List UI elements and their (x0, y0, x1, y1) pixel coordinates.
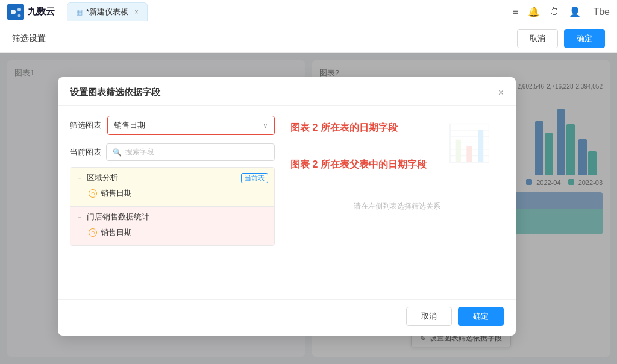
chevron-down-icon: ∨ (263, 121, 268, 130)
collapse-icon-1[interactable]: － (77, 174, 83, 183)
logo-text: 九数云 (28, 6, 55, 17)
current-chart-label: 当前图表 (70, 147, 101, 158)
modal-footer: 取消 确定 (58, 299, 516, 336)
filter-bar-actions: 取消 确定 (517, 29, 605, 48)
collapse-icon-2[interactable]: － (77, 213, 83, 222)
bell-icon[interactable]: 🔔 (528, 6, 540, 17)
right-hint-1: 图表 2 所在表的日期字段 (290, 122, 398, 134)
filter-select-row: 筛选图表 销售日期 ∨ (70, 116, 275, 135)
nav-right: ≡ 🔔 ⏱ 👤 Tbe (513, 6, 610, 17)
modal-right-panel: 📊 图表 2 所在表的日期字段 图表 2 所在表父表中的日期字段 请在左侧列表选… (284, 116, 504, 289)
cancel-top-button[interactable]: 取消 (517, 29, 558, 48)
svg-point-1 (11, 10, 16, 14)
modal-left-panel: 筛选图表 销售日期 ∨ 当前图表 🔍 搜索字段 (70, 116, 275, 289)
search-icon: 🔍 (113, 148, 122, 157)
modal-overlay: 设置图表筛选依据字段 × 筛选图表 销售日期 ∨ (0, 53, 617, 364)
tab-close-icon[interactable]: × (134, 8, 139, 16)
modal-dialog: 设置图表筛选依据字段 × 筛选图表 销售日期 ∨ (58, 77, 516, 336)
right-placeholder-text: 请在左侧列表选择筛选关系 (290, 201, 504, 212)
modal-cancel-button[interactable]: 取消 (406, 307, 452, 326)
tabs-area: ▦ *新建仪表板 × (67, 2, 513, 21)
tree-group-name-1: 区域分析 (87, 172, 118, 183)
right-hint-2: 图表 2 所在表父表中的日期字段 (290, 158, 427, 171)
clock-icon[interactable]: ⏱ (550, 7, 559, 17)
tree-item-label-2: 销售日期 (101, 227, 132, 238)
time-icon-1: ⊙ (89, 189, 97, 198)
tab-label: *新建仪表板 (86, 7, 128, 17)
top-nav: 九数云 ▦ *新建仪表板 × ≡ 🔔 ⏱ 👤 Tbe (0, 0, 617, 24)
tree-group-name-2: 门店销售数据统计 (87, 212, 149, 222)
modal-header: 设置图表筛选依据字段 × (58, 77, 516, 106)
tree-list: － 区域分析 当前表 ⊙ 销售日期 (70, 167, 275, 246)
modal-close-button[interactable]: × (498, 87, 504, 98)
tree-item-label-1: 销售日期 (101, 188, 132, 199)
main-content: 图表1 图表2 2,602,546 2,716,228 2,394,052 (0, 53, 617, 364)
filter-select-dropdown[interactable]: 销售日期 ∨ (107, 116, 275, 135)
tree-group-title-row-1: － 区域分析 (77, 172, 118, 183)
modal-title: 设置图表筛选依据字段 (70, 87, 160, 98)
filter-bar-title: 筛选设置 (12, 33, 46, 44)
tab-icon: ▦ (76, 8, 83, 16)
svg-point-3 (18, 14, 21, 17)
tree-section-pink: － 门店销售数据统计 ⊙ 销售日期 (70, 207, 274, 245)
field-search-input[interactable]: 🔍 搜索字段 (106, 143, 275, 161)
tbe-text: Tbe (593, 7, 610, 17)
confirm-top-button[interactable]: 确定 (564, 29, 605, 48)
user-icon[interactable]: 👤 (569, 6, 581, 17)
logo-area: 九数云 (7, 4, 55, 20)
logo-icon (7, 4, 24, 20)
menu-icon[interactable]: ≡ (513, 7, 518, 17)
tree-group-header-1: － 区域分析 当前表 (77, 172, 268, 183)
tree-item-2[interactable]: ⊙ 销售日期 (77, 225, 268, 240)
svg-point-2 (17, 8, 21, 11)
modal-body: 筛选图表 销售日期 ∨ 当前图表 🔍 搜索字段 (58, 106, 516, 299)
tree-group-title-row-2: － 门店销售数据统计 (77, 212, 149, 222)
filter-select-label: 筛选图表 (70, 120, 101, 131)
tree-item-1[interactable]: ⊙ 销售日期 (77, 186, 268, 201)
watermark-icon: 📊 (446, 122, 492, 165)
current-chart-row: 当前图表 🔍 搜索字段 (70, 143, 275, 161)
search-placeholder: 搜索字段 (125, 147, 154, 157)
tab-new-dashboard[interactable]: ▦ *新建仪表板 × (67, 2, 148, 21)
tree-section-yellow: － 区域分析 当前表 ⊙ 销售日期 (70, 168, 274, 206)
tree-group-header-2: － 门店销售数据统计 (77, 212, 268, 222)
current-badge: 当前表 (241, 173, 268, 183)
time-icon-2: ⊙ (89, 228, 97, 237)
filter-select-value: 销售日期 (114, 120, 145, 131)
modal-confirm-button[interactable]: 确定 (458, 307, 504, 326)
filter-settings-bar: 筛选设置 取消 确定 (0, 24, 617, 53)
